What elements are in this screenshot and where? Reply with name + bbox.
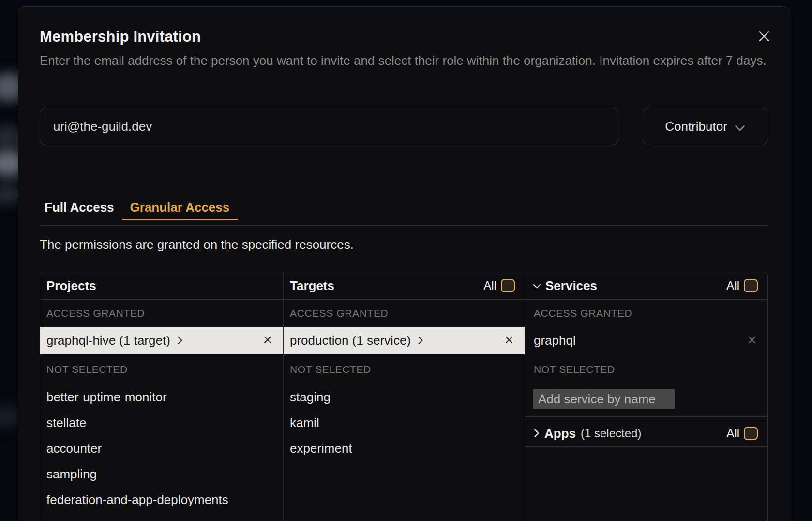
apps-all-label: All [726, 427, 739, 440]
apps-selected-count: (1 selected) [581, 427, 641, 440]
granted-service-row: graphql [525, 327, 767, 354]
email-input[interactable] [40, 108, 618, 145]
tabs-divider [40, 225, 768, 226]
services-column: Services All ACCESS GRANTED graphql NOT … [525, 272, 767, 521]
access-tabs: Full Access Granular Access [40, 198, 238, 220]
granted-target-name: production (1 service) [290, 333, 411, 348]
page-background: Membership Invitation Enter the email ad… [0, 0, 812, 521]
project-list-item[interactable]: stellate [40, 410, 283, 436]
apps-header-label: Apps [544, 426, 576, 441]
access-granted-label: ACCESS GRANTED [40, 300, 283, 327]
projects-header: Projects [40, 272, 283, 300]
targets-column: Targets All ACCESS GRANTED production (1… [283, 272, 525, 521]
tab-full-access[interactable]: Full Access [40, 198, 119, 220]
not-selected-label: NOT SELECTED [525, 354, 767, 384]
close-icon [757, 30, 771, 43]
remove-project-icon[interactable] [263, 333, 272, 348]
granted-target-row[interactable]: production (1 service) [284, 327, 525, 354]
chevron-down-icon[interactable] [533, 282, 541, 291]
chevron-right-icon[interactable] [418, 334, 423, 349]
granted-service-name: graphql [534, 333, 576, 348]
targets-header-label: Targets [290, 278, 334, 293]
remove-service-icon[interactable] [747, 333, 757, 348]
services-all-checkbox[interactable] [744, 279, 758, 292]
chevron-right-icon[interactable] [534, 429, 540, 440]
membership-invitation-modal: Membership Invitation Enter the email ad… [18, 6, 790, 521]
apps-all-checkbox[interactable] [744, 427, 758, 440]
remove-target-icon[interactable] [504, 333, 514, 348]
project-list-item[interactable]: accounter [40, 436, 283, 461]
not-selected-label: NOT SELECTED [40, 354, 283, 384]
role-select-value: Contributor [665, 119, 727, 134]
resources-table: Projects ACCESS GRANTED graphql-hive (1 … [40, 272, 768, 521]
apps-section-row[interactable]: Apps (1 selected) All [525, 420, 767, 447]
projects-header-label: Projects [46, 278, 96, 293]
tab-granular-access[interactable]: Granular Access [122, 198, 238, 220]
modal-title: Membership Invitation [40, 28, 201, 46]
services-body: ACCESS GRANTED graphql NOT SELECTED [525, 300, 767, 417]
modal-description: Enter the email address of the person yo… [40, 51, 768, 70]
project-list-item[interactable]: better-uptime-monitor [40, 384, 283, 410]
add-service-wrap [525, 384, 767, 416]
services-header[interactable]: Services All [525, 272, 767, 300]
close-button[interactable] [757, 29, 771, 44]
access-granted-label: ACCESS GRANTED [284, 300, 525, 327]
project-list-item[interactable]: sampling [40, 461, 283, 487]
target-list-item[interactable]: kamil [284, 410, 525, 436]
services-header-label: Services [545, 278, 597, 293]
permissions-note: The permissions are granted on the speci… [40, 237, 354, 252]
targets-all-label: All [483, 279, 496, 292]
targets-all-checkbox[interactable] [501, 279, 515, 292]
granted-project-name: graphql-hive (1 target) [46, 333, 170, 348]
role-select[interactable]: Contributor [643, 108, 767, 145]
add-service-input[interactable] [533, 389, 675, 409]
target-list-item[interactable]: staging [284, 384, 525, 410]
access-granted-label: ACCESS GRANTED [525, 300, 767, 327]
project-list-item[interactable]: federation-and-app-deployments [40, 487, 283, 513]
granted-project-row[interactable]: graphql-hive (1 target) [40, 327, 283, 354]
targets-header: Targets All [284, 272, 525, 300]
projects-column: Projects ACCESS GRANTED graphql-hive (1 … [40, 272, 283, 521]
chevron-down-icon [735, 120, 745, 135]
not-selected-label: NOT SELECTED [284, 354, 525, 384]
chevron-right-icon[interactable] [177, 334, 183, 349]
services-all-label: All [726, 279, 739, 292]
target-list-item[interactable]: experiment [284, 436, 525, 461]
